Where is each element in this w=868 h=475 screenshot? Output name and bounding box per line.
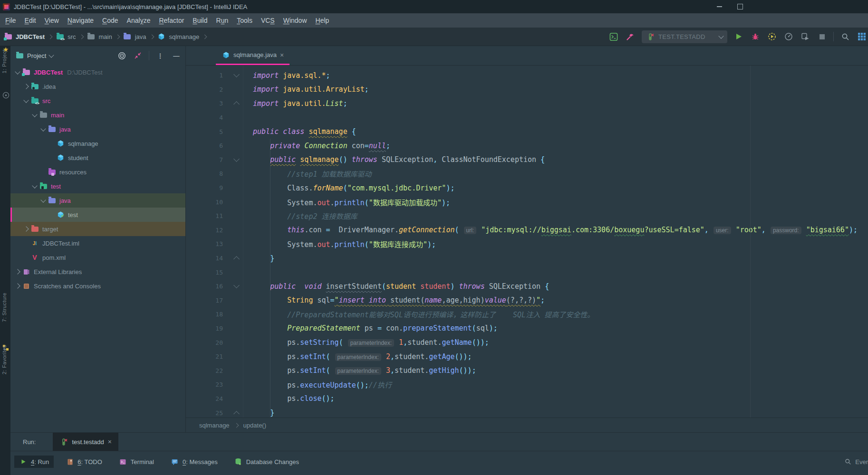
status-tab-0-messages[interactable]: 0: Messages [166, 456, 222, 468]
kebab-button[interactable]: ⋮ [155, 50, 165, 61]
chevron-right-icon[interactable] [13, 270, 22, 274]
src-folder-icon: <> [30, 97, 39, 104]
search-button[interactable] [840, 31, 850, 42]
tree-item-java[interactable]: java [10, 122, 185, 136]
tree-item-java[interactable]: java [10, 193, 185, 208]
tree-item-jdbctest-iml[interactable]: JIJDBCTest.iml [10, 236, 185, 250]
event-log[interactable]: Ever [844, 458, 868, 466]
menu-run[interactable]: Run [212, 17, 233, 24]
chevron-right-icon[interactable] [13, 284, 22, 288]
indent-guide [270, 139, 270, 418]
chevron-down-icon[interactable] [39, 200, 48, 202]
menu-window[interactable]: Window [279, 17, 311, 24]
tree-item-pom-xml[interactable]: Vpom.xml [10, 250, 185, 265]
status-tab-database-changes[interactable]: Database Changes [230, 456, 304, 468]
tree-item-external-libraries[interactable]: External Libraries [10, 265, 185, 279]
menu-file[interactable]: File [1, 17, 20, 24]
terminal-run-button[interactable] [608, 31, 619, 42]
close-icon[interactable]: × [108, 438, 112, 445]
menu-refactor[interactable]: Refactor [154, 17, 188, 24]
editor-breadcrumb-sqlmanage[interactable]: sqlmanage [199, 422, 230, 429]
run-configuration-select[interactable]: TEST.TESTADD [642, 30, 727, 43]
project-panel: Project ⋮— JDBCTestD:\JDBCTest.idea<>src… [10, 46, 186, 432]
code-editor[interactable]: 1import java.sql.*;2import java.util.Arr… [186, 66, 868, 418]
run-with-button[interactable] [800, 31, 810, 42]
chevron-down-icon[interactable] [39, 128, 48, 131]
code-line: 1import java.sql.*; [186, 68, 868, 83]
breadcrumb-item-java[interactable]: java [135, 33, 146, 40]
collapse-button[interactable] [133, 50, 143, 61]
tree-item-jdbctest[interactable]: JDBCTestD:\JDBCTest [10, 65, 185, 79]
chevron-right-icon[interactable] [22, 85, 30, 88]
tree-item-sqlmanage[interactable]: sqlmanage [10, 136, 185, 151]
right-margin-line [750, 66, 751, 418]
status-tab-4-run[interactable]: 4: Run [14, 456, 54, 468]
breadcrumb-item-jdbctest[interactable]: JDBCTest [16, 33, 45, 40]
tree-item-student[interactable]: student [10, 151, 185, 165]
menu-code[interactable]: Code [98, 17, 122, 24]
profiler-button[interactable] [783, 31, 794, 42]
close-icon[interactable]: × [280, 52, 284, 58]
editor-breadcrumb-update[interactable]: update() [243, 422, 266, 429]
maximize-button[interactable] [732, 0, 748, 13]
tree-item-test[interactable]: test [10, 179, 185, 193]
circle-icon[interactable] [1, 91, 10, 99]
menu-tools[interactable]: Tools [232, 17, 257, 24]
debug-button[interactable] [750, 31, 761, 42]
tree-item-idea[interactable]: .idea [10, 79, 185, 94]
stop-button[interactable] [817, 31, 827, 42]
fold-marker[interactable] [230, 100, 243, 106]
tree-item-resources[interactable]: resources [10, 165, 185, 179]
code-text: ps.setString( parameterIndex: 1,student.… [243, 338, 489, 347]
tree-item-label: src [42, 97, 50, 104]
project-panel-title[interactable]: Project [27, 52, 46, 59]
minimize-button[interactable] [711, 0, 727, 13]
chevron-right-icon[interactable] [22, 227, 30, 231]
status-tab-terminal[interactable]: Terminal [114, 456, 159, 468]
breadcrumb-item-main[interactable]: main [99, 33, 112, 40]
chevron-down-icon[interactable] [49, 52, 54, 57]
chevron-down-icon[interactable] [30, 185, 39, 188]
build-hammer-button[interactable] [625, 31, 636, 42]
stop-icon [818, 33, 826, 40]
run-button[interactable] [733, 31, 744, 42]
chevron-down-icon[interactable] [22, 100, 30, 102]
editor-tab-sqlmanage[interactable]: sqlmanage.java × [216, 46, 289, 65]
breadcrumb-item-sqlmanage[interactable]: sqlmanage [169, 33, 200, 40]
locate-button[interactable] [116, 50, 127, 61]
fold-marker[interactable] [230, 255, 243, 261]
tree-item-test[interactable]: test [10, 208, 185, 222]
fold-marker[interactable] [230, 159, 243, 161]
menu-edit[interactable]: Edit [20, 17, 40, 24]
tree-item-src[interactable]: <>src [10, 94, 185, 108]
favorites-star-icon[interactable]: ★ [1, 46, 10, 53]
menu-navigate[interactable]: Navigate [63, 17, 98, 24]
chevron-down-icon[interactable] [13, 71, 22, 74]
fold-marker[interactable] [230, 285, 243, 287]
tree-item-target[interactable]: target [10, 222, 185, 236]
project-panel-header: Project ⋮— [10, 46, 185, 65]
run-tab-testadd[interactable]: test.testadd × [53, 433, 118, 451]
chevron-down-icon[interactable] [30, 114, 39, 116]
tree-item-main[interactable]: main [10, 108, 185, 122]
sidebar-item-structure[interactable]: 7: Structure [1, 293, 7, 322]
tree-item-scratches-and-consoles[interactable]: Scratches and Consoles [10, 279, 185, 293]
grid-button[interactable] [857, 31, 867, 42]
breadcrumb-item-src[interactable]: src [68, 33, 76, 40]
code-text: //PreparedStatement能够对SQL语句进行预编译，这样防止了 S… [243, 309, 594, 319]
menu-vcs[interactable]: VCS [257, 17, 279, 24]
menu-help[interactable]: Help [311, 17, 334, 24]
code-line: 23 ps.executeUpdate();//执行 [186, 378, 868, 392]
line-number: 21 [186, 353, 230, 360]
fold-marker[interactable] [230, 74, 243, 76]
sidebar-item-favorites[interactable]: 2: Favorites [1, 345, 7, 374]
line-number: 15 [186, 269, 230, 276]
status-tab-6-todo[interactable]: 6: TODO [61, 456, 107, 468]
hide-button[interactable]: — [171, 50, 182, 61]
coverage-button[interactable] [767, 31, 777, 42]
menu-view[interactable]: View [40, 17, 63, 24]
fold-marker[interactable] [230, 410, 243, 416]
menu-build[interactable]: Build [188, 17, 212, 24]
sidebar-item-project[interactable]: 1: Project [1, 49, 7, 73]
menu-analyze[interactable]: Analyze [123, 17, 155, 24]
